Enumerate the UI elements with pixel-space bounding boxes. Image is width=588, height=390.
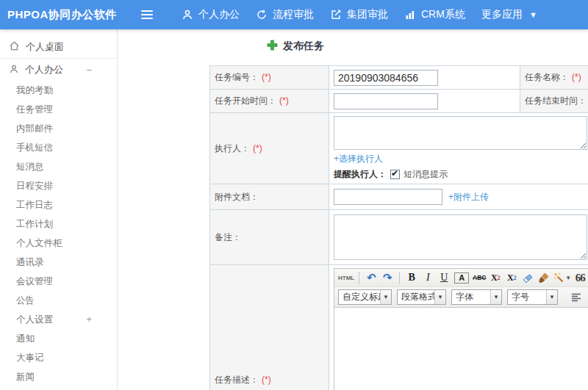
main-content: 发布任务 任务编号：(*) 任务名称：(*) 任务开始时间：(*)	[118, 29, 588, 390]
sidebar-item-personal-settings[interactable]: 个人设置 +	[0, 310, 117, 329]
editor-toolbar-row1: HTML ↶ ↷ B I U A ABC X2 X2	[334, 269, 588, 287]
font-style-button[interactable]: A	[454, 272, 469, 284]
attachment-input[interactable]	[334, 189, 442, 205]
select-arrow-icon: ▼	[380, 290, 391, 304]
nav-item-more-apps[interactable]: 更多应用 ▼	[473, 0, 545, 29]
underline-button[interactable]: U	[437, 271, 451, 284]
description-label-cell: 任务描述：(*)	[210, 265, 329, 390]
collapse-minus-icon[interactable]: −	[86, 65, 92, 76]
row-task-time: 任务开始时间：(*) 任务结束时间：(*)	[210, 90, 588, 113]
font-size-select[interactable]: 字号▼	[507, 289, 558, 305]
bar-chart-icon	[404, 9, 416, 21]
executor-textarea[interactable]	[334, 116, 587, 150]
subscript-button[interactable]: X2	[504, 271, 519, 284]
required-mark: (*)	[253, 143, 262, 154]
row-attachment: 附件文档： +附件上传	[210, 184, 588, 210]
editor-content-area[interactable]	[334, 308, 588, 390]
sidebar-item-meeting-management[interactable]: 会议管理	[0, 272, 117, 291]
attachment-label-cell: 附件文档：	[210, 184, 329, 210]
eraser-icon[interactable]	[520, 271, 535, 284]
task-number-input[interactable]	[334, 70, 438, 86]
sidebar-item-mobile-sms[interactable]: 手机短信	[0, 138, 117, 157]
sidebar-item-contacts[interactable]: 通讯录	[0, 253, 117, 272]
task-name-label-cell: 任务名称：(*)	[520, 66, 588, 90]
caret-down-icon: ▼	[529, 10, 537, 19]
sidebar-item-task-management[interactable]: 任务管理	[0, 100, 117, 119]
nav-item-crm[interactable]: CRM系统	[396, 0, 473, 29]
sidebar-item-work-log[interactable]: 工作日志	[0, 195, 117, 214]
sidebar-item-schedule[interactable]: 日程安排	[0, 176, 117, 195]
sidebar-item-label: 个人办公	[25, 63, 63, 76]
row-description: 任务描述：(*) HTML ↶ ↷ B I U	[210, 265, 588, 390]
person-icon	[9, 64, 19, 76]
page-header: 发布任务	[267, 39, 588, 54]
publish-task-form: 任务编号：(*) 任务名称：(*) 任务开始时间：(*) 任务结束时间	[209, 65, 588, 390]
start-time-input[interactable]	[334, 93, 438, 109]
nav-label: 更多应用	[481, 8, 523, 21]
redo-icon[interactable]: ↷	[380, 271, 395, 284]
attachment-upload-link[interactable]: +附件上传	[448, 191, 489, 203]
format-brush-icon[interactable]	[537, 271, 551, 284]
task-number-label-cell: 任务编号：(*)	[210, 66, 329, 90]
editor-toolbar-row2: 自定义标题▼ 段落格式▼ 字体▼ 字号▼	[334, 287, 588, 308]
edit-square-icon	[330, 9, 342, 21]
top-nav: 个人办公 流程审批 集团审批 CRM系统 更多应用	[173, 0, 545, 29]
sidebar-item-work-plan[interactable]: 工作计划	[0, 214, 117, 234]
bold-button[interactable]: B	[404, 271, 419, 284]
font-family-select[interactable]: 字体▼	[451, 289, 502, 305]
sidebar-item-label: 个人桌面	[26, 40, 64, 54]
required-mark: (*)	[262, 375, 271, 385]
sidebar-item-short-message[interactable]: 短消息	[0, 157, 117, 176]
sidebar-item-notice[interactable]: 通知	[0, 329, 117, 348]
topbar: PHPOA协同办公软件 个人办公 流程审批 集团审批	[0, 0, 588, 29]
strikethrough-button[interactable]: ABC	[472, 271, 487, 284]
select-arrow-icon: ▼	[546, 290, 557, 304]
italic-button[interactable]: I	[420, 271, 435, 284]
superscript-button[interactable]: X2	[488, 271, 503, 284]
sidebar-item-desktop[interactable]: 个人桌面	[0, 35, 117, 59]
sidebar: 个人桌面 个人办公 − 我的考勤 任务管理 内部邮件 手机短信 短消息 日程安排…	[0, 29, 118, 390]
expand-plus-icon[interactable]: +	[86, 310, 92, 329]
nav-label: CRM系统	[421, 8, 465, 21]
nav-label: 个人办公	[198, 8, 240, 21]
row-executor: 执行人：(*) +选择执行人 提醒执行人： 短消息提示	[210, 113, 588, 184]
row-task-number: 任务编号：(*) 任务名称：(*)	[210, 66, 588, 90]
nav-label: 集团审批	[347, 8, 388, 21]
choose-executor-link[interactable]: +选择执行人	[334, 154, 383, 164]
sidebar-item-events[interactable]: 大事记	[0, 348, 117, 367]
home-icon	[9, 40, 20, 54]
sidebar-item-news[interactable]: 新闻	[0, 367, 117, 386]
sidebar-item-file-cabinet[interactable]: 个人文件柜	[0, 234, 117, 253]
remark-textarea[interactable]	[334, 214, 587, 260]
process-cycle-icon	[256, 9, 268, 21]
plus-icon	[267, 40, 278, 53]
required-mark: (*)	[572, 72, 581, 82]
end-time-label-cell: 任务结束时间：(*)	[520, 90, 588, 113]
sidebar-item-internal-mail[interactable]: 内部邮件	[0, 119, 117, 138]
hamburger-menu-icon[interactable]	[141, 10, 153, 19]
start-time-label-cell: 任务开始时间：(*)	[210, 90, 329, 113]
remark-label-cell: 备注：	[210, 210, 329, 265]
paragraph-format-select[interactable]: 段落格式▼	[397, 289, 446, 305]
select-arrow-icon: ▼	[490, 290, 501, 304]
row-remark: 备注：	[210, 210, 588, 265]
heading-select[interactable]: 自定义标题▼	[338, 289, 392, 305]
select-arrow-icon: ▼	[434, 290, 445, 304]
nav-item-process-approval[interactable]: 流程审批	[248, 0, 322, 29]
undo-icon[interactable]: ↶	[364, 271, 379, 284]
remind-executor-label: 提醒执行人：	[334, 168, 387, 181]
html-source-button[interactable]: HTML	[338, 271, 354, 284]
sidebar-item-attendance[interactable]: 我的考勤	[0, 81, 117, 100]
page-title: 发布任务	[283, 40, 324, 53]
sidebar-section-personal-office[interactable]: 个人办公 −	[0, 59, 117, 81]
magic-wand-icon[interactable]: ▼	[553, 271, 571, 284]
blockquote-button[interactable]: 66	[573, 271, 587, 284]
required-mark: (*)	[279, 95, 289, 106]
sidebar-item-announcement[interactable]: 公告	[0, 291, 117, 310]
app-brand: PHPOA协同办公软件	[0, 8, 118, 22]
nav-item-personal-office[interactable]: 个人办公	[173, 0, 248, 29]
align-left-icon[interactable]	[569, 291, 584, 304]
nav-item-group-approval[interactable]: 集团审批	[322, 0, 396, 29]
rich-text-editor: HTML ↶ ↷ B I U A ABC X2 X2	[334, 268, 588, 390]
sms-remind-checkbox[interactable]	[390, 170, 400, 179]
